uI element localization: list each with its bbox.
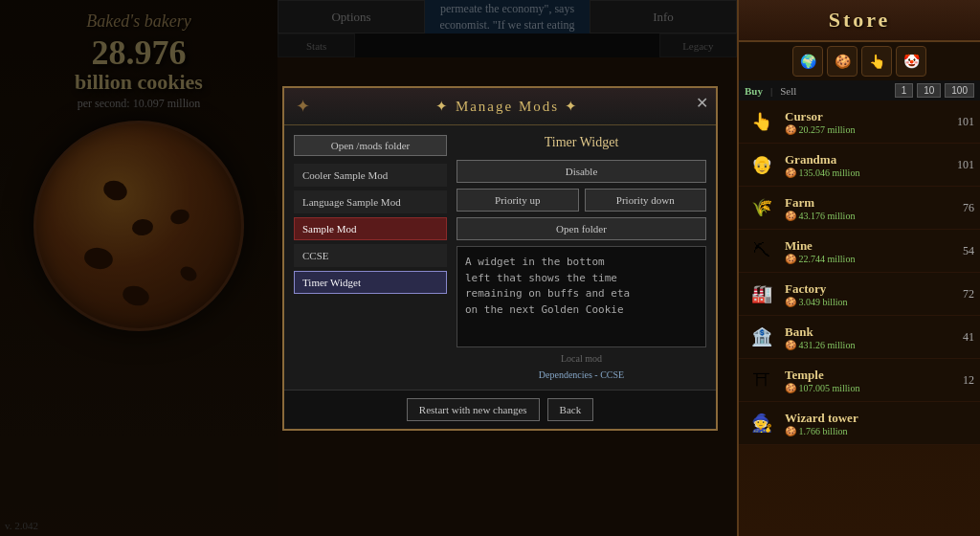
item-count: 101 <box>957 158 974 172</box>
mod-item-timer-widget[interactable]: Timer Widget <box>294 271 447 294</box>
mod-detail-title: Timer Widget <box>457 135 706 150</box>
qty-100-button[interactable]: 100 <box>945 83 974 98</box>
store-item-temple[interactable]: ⛩ Temple 🍪 107.005 million 12 <box>739 359 980 402</box>
mod-description: A widget in the bottom left that shows t… <box>457 246 706 347</box>
store-item-factory[interactable]: 🏭 Factory 🍪 3.049 billion 72 <box>739 273 980 316</box>
dialog-close-button[interactable]: ✕ <box>696 94 708 112</box>
store-panel: Store 🌍 🍪 👆 🤡 Buy | Sell 1 10 100 👆 Curs… <box>737 0 980 536</box>
store-header: Store <box>739 0 980 42</box>
item-name: Mine <box>785 238 957 254</box>
item-name: Farm <box>785 195 957 211</box>
item-price: 🍪 107.005 million <box>785 383 957 393</box>
item-icon: 👴 <box>745 147 779 182</box>
dependencies-label: Dependencies - <box>539 369 598 380</box>
item-icon: 🌾 <box>745 190 779 225</box>
mod-meta-local: Local mod <box>457 353 706 364</box>
open-mods-folder-button[interactable]: Open /mods folder <box>294 135 447 156</box>
disable-button[interactable]: Disable <box>457 160 706 183</box>
dialog-title: ✦ Manage Mods ✦ <box>310 98 704 115</box>
mod-list-panel: Open /mods folder Cooler Sample Mod Lang… <box>294 135 447 380</box>
store-item-wizard-tower[interactable]: 🧙 Wizard tower 🍪 1.766 billion <box>739 402 980 445</box>
item-count: 72 <box>963 287 974 302</box>
buy-sell-row: Buy | Sell 1 10 100 <box>739 80 980 100</box>
back-button[interactable]: Back <box>547 398 594 421</box>
mod-item-ccse[interactable]: CCSE <box>294 244 447 267</box>
store-icon-special[interactable]: 🤡 <box>896 46 926 77</box>
priority-buttons-row: Priority up Priority down <box>457 189 706 212</box>
item-price: 🍪 20.257 million <box>785 124 951 135</box>
mod-item-language-sample[interactable]: Language Sample Mod <box>294 190 447 213</box>
item-name: Wizard tower <box>785 411 969 426</box>
item-count: 12 <box>963 373 974 388</box>
mod-detail-panel: Timer Widget Disable Priority up Priorit… <box>457 135 706 380</box>
item-name: Factory <box>785 281 957 297</box>
store-icons-row: 🌍 🍪 👆 🤡 <box>739 42 980 80</box>
priority-up-button[interactable]: Priority up <box>457 189 579 212</box>
item-price: 🍪 22.744 million <box>785 254 957 264</box>
item-icon: ⛩ <box>745 363 779 397</box>
qty-10-button[interactable]: 10 <box>917 83 941 98</box>
item-name: Cursor <box>785 109 951 124</box>
restart-button[interactable]: Restart with new changes <box>407 398 540 421</box>
dialog-body: Open /mods folder Cooler Sample Mod Lang… <box>284 125 716 390</box>
manage-mods-dialog: ✦ ✦ Manage Mods ✦ ✕ Open /mods folder Co… <box>282 86 718 431</box>
item-price: 🍪 43.176 million <box>785 211 957 221</box>
sell-label[interactable]: Sell <box>780 85 796 97</box>
priority-down-button[interactable]: Priority down <box>585 189 707 212</box>
store-item-grandma[interactable]: 👴 Grandma 🍪 135.046 million 101 <box>739 144 980 187</box>
title-ornament-left: ✦ <box>296 96 310 117</box>
open-mod-folder-button[interactable]: Open folder <box>457 217 706 240</box>
store-icon-cursor[interactable]: 👆 <box>861 46 892 77</box>
store-item-farm[interactable]: 🌾 Farm 🍪 43.176 million 76 <box>739 187 980 230</box>
store-icon-cookie[interactable]: 🍪 <box>827 46 858 77</box>
store-icon-planet[interactable]: 🌍 <box>792 46 823 77</box>
store-item-bank[interactable]: 🏦 Bank 🍪 431.26 million 41 <box>739 316 980 359</box>
mod-item-sample[interactable]: Sample Mod <box>294 217 447 240</box>
buy-label[interactable]: Buy <box>745 85 763 97</box>
item-name: Temple <box>785 368 957 383</box>
mod-item-cooler-sample[interactable]: Cooler Sample Mod <box>294 164 447 187</box>
store-item-cursor[interactable]: 👆 Cursor 🍪 20.257 million 101 <box>739 100 980 144</box>
item-count: 41 <box>963 330 974 345</box>
dependencies-value: CCSE <box>600 369 624 380</box>
store-item-mine[interactable]: ⛏ Mine 🍪 22.744 million 54 <box>739 230 980 273</box>
item-icon: 👆 <box>745 104 779 139</box>
item-icon: 🏦 <box>745 320 779 354</box>
item-name: Grandma <box>785 152 951 168</box>
item-count: 101 <box>957 115 974 129</box>
item-price: 🍪 431.26 million <box>785 340 957 350</box>
item-name: Bank <box>785 324 957 340</box>
item-price: 🍪 135.046 million <box>785 168 951 178</box>
item-icon: 🧙 <box>745 406 779 440</box>
dialog-footer: Restart with new changes Back <box>284 390 716 429</box>
item-count: 76 <box>963 201 974 215</box>
item-price: 🍪 3.049 billion <box>785 297 957 307</box>
item-price: 🍪 1.766 billion <box>785 426 969 436</box>
store-items-list: 👆 Cursor 🍪 20.257 million 101 👴 Grandma … <box>739 100 980 536</box>
mod-meta-dependencies: Dependencies - CCSE <box>457 369 706 380</box>
store-title: Store <box>746 8 972 33</box>
qty-1-button[interactable]: 1 <box>895 83 914 98</box>
item-count: 54 <box>963 244 974 258</box>
dialog-title-bar: ✦ ✦ Manage Mods ✦ ✕ <box>284 88 716 125</box>
item-icon: 🏭 <box>745 277 779 311</box>
item-icon: ⛏ <box>745 234 779 268</box>
